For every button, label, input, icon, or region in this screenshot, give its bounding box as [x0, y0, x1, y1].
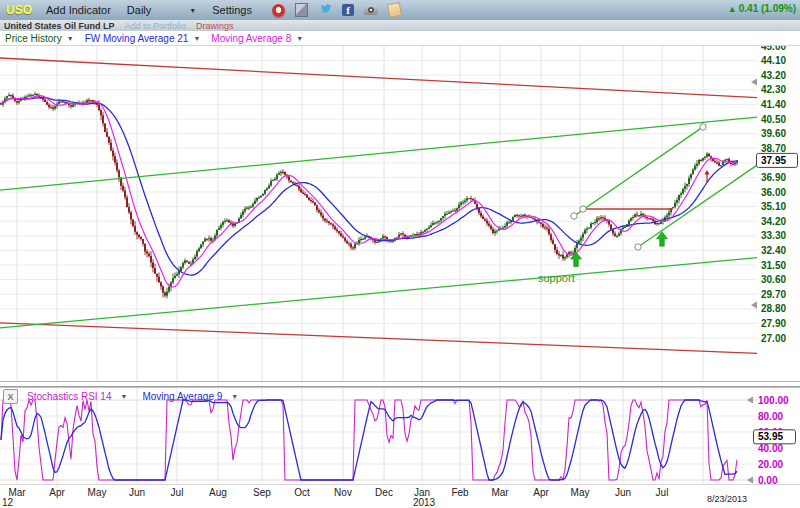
chevron-down-icon[interactable]: ▼: [67, 35, 74, 42]
x-axis-month-label: Oct: [294, 487, 310, 498]
ma8-dropdown[interactable]: Moving Average 8: [211, 33, 291, 44]
chart-legend: Price History ▼ FW Moving Average 21 ▼ M…: [0, 31, 800, 46]
chevron-down-icon[interactable]: ▼: [231, 393, 238, 400]
steep-green-trendline-a[interactable]: [574, 127, 703, 216]
timeframe-dropdown[interactable]: Daily ▼: [127, 4, 196, 16]
lower-green-support-line[interactable]: [0, 258, 757, 328]
x-axis-month-label: Jun: [615, 487, 631, 498]
x-axis-year-label: 12: [2, 497, 13, 508]
chevron-down-icon[interactable]: ▼: [120, 393, 127, 400]
chevron-down-icon[interactable]: ▼: [296, 35, 303, 42]
up-arrow-icon: ▲: [728, 4, 737, 14]
ma21-line[interactable]: [1, 98, 737, 276]
x-axis-month-label: Apr: [49, 487, 65, 498]
drawing-handle[interactable]: [635, 244, 641, 250]
x-axis-month-label: Nov: [334, 487, 352, 498]
y-axis-label: 40.50: [761, 114, 786, 125]
y-axis-label: 38.70: [761, 143, 786, 154]
last-price-label: 37.95: [761, 155, 786, 166]
x-axis-month-label: Jul: [656, 487, 669, 498]
panel-axis-label: 100.00: [758, 395, 789, 406]
close-panel-button[interactable]: X: [3, 389, 18, 404]
support-annotation: support: [538, 272, 575, 284]
upper-red-trendline[interactable]: [0, 58, 757, 98]
ma9-dropdown[interactable]: Moving Average 9: [142, 391, 222, 402]
main-price-chart[interactable]: support45.0044.1043.2042.3041.4040.5039.…: [0, 46, 800, 388]
panel-axis-label: 80.00: [758, 411, 783, 422]
facebook-icon[interactable]: f: [342, 4, 354, 16]
y-axis-label: 41.40: [761, 99, 786, 110]
toolbar-icons: f: [272, 3, 401, 18]
indicator-panel-header: X Stochastics RSI 14 ▼ Moving Average 9 …: [3, 389, 244, 404]
add-indicator-button[interactable]: Add Indicator: [46, 4, 111, 16]
twitter-icon[interactable]: [318, 3, 332, 18]
x-axis-end-date-label: 8/23/2013: [707, 494, 747, 504]
y-axis-label: 43.20: [761, 70, 786, 81]
panel-axis-label: 20.00: [758, 459, 783, 470]
y-axis-label: 31.50: [761, 260, 786, 271]
y-axis-label: 36.00: [761, 187, 786, 198]
y-axis-label: 35.10: [761, 201, 786, 212]
indicator-value-label: 53.95: [758, 431, 783, 442]
x-axis-month-label: Feb: [451, 487, 468, 498]
x-axis-month-label: Jun: [129, 487, 145, 498]
axis-marker-triangle[interactable]: [751, 79, 757, 86]
x-axis-month-label: May: [571, 487, 590, 498]
stoch-rsi-dropdown[interactable]: Stochastics RSI 14: [27, 391, 111, 402]
y-axis-label: 36.90: [761, 172, 786, 183]
y-axis-label: 39.60: [761, 128, 786, 139]
y-axis-label: 33.30: [761, 230, 786, 241]
x-axis-month-label: Apr: [533, 487, 549, 498]
ma8-line[interactable]: [1, 96, 737, 287]
x-axis-month-label: Mar: [491, 487, 508, 498]
x-axis-year-label: 2013: [413, 497, 435, 508]
chevron-down-icon: ▼: [189, 7, 196, 14]
y-axis-labels: 45.0044.1043.2042.3041.4040.5039.6038.70…: [751, 46, 798, 344]
x-axis-month-label: Aug: [209, 487, 227, 498]
price-change: ▲ 0.41 (1.09%): [728, 3, 796, 14]
x-axis: MarAprMayJunJulAugSepOctNovDecJanFebMarA…: [0, 485, 800, 508]
timeframe-value: Daily: [127, 4, 151, 16]
axis-marker-triangle[interactable]: [751, 302, 757, 309]
ma21-dropdown[interactable]: FW Moving Average 21: [85, 33, 189, 44]
add-to-portfolio-link[interactable]: Add to Portfolio: [125, 21, 187, 31]
price-history-dropdown[interactable]: Price History: [5, 33, 62, 44]
drawings-link[interactable]: Drawings: [196, 21, 234, 31]
alarm-clock-icon[interactable]: [272, 4, 285, 17]
price-change-value: 0.41 (1.09%): [739, 3, 796, 14]
y-axis-label: 27.90: [761, 318, 786, 329]
drawing-handle[interactable]: [580, 206, 586, 212]
y-axis-label: 28.80: [761, 303, 786, 314]
y-axis-label: 32.40: [761, 245, 786, 256]
axis-marker-triangle[interactable]: [747, 397, 753, 404]
y-axis-label: 27.00: [761, 333, 786, 344]
x-axis-month-label: May: [88, 487, 107, 498]
y-axis-label: 29.70: [761, 289, 786, 300]
symbol-label: USO: [6, 3, 32, 17]
fund-title: United States Oil Fund LP: [4, 21, 115, 31]
note-icon[interactable]: [387, 2, 402, 18]
axis-marker-triangle[interactable]: [747, 477, 753, 484]
y-axis-label: 34.20: [761, 216, 786, 227]
y-axis-label: 30.60: [761, 274, 786, 285]
drawing-handle[interactable]: [571, 213, 577, 219]
y-axis-label: 42.30: [761, 84, 786, 95]
drawing-handle[interactable]: [700, 124, 706, 130]
x-axis-month-label: Jul: [171, 487, 184, 498]
y-axis-label: 44.10: [761, 55, 786, 66]
y-axis-label: 45.00: [761, 46, 786, 52]
camera-icon[interactable]: [364, 5, 378, 15]
cube-icon[interactable]: [295, 3, 308, 17]
symbol-subbar: United States Oil Fund LP Add to Portfol…: [0, 20, 800, 31]
settings-button[interactable]: Settings: [212, 4, 252, 16]
toolbar: USO Add Indicator Daily ▼ Settings f ▲ 0…: [0, 0, 800, 20]
candles: [0, 92, 738, 299]
x-axis-month-label: Sep: [253, 487, 271, 498]
x-axis-month-label: Dec: [375, 487, 393, 498]
panel-axis-labels: 100.0080.0060.0040.0020.000.0053.95: [747, 395, 796, 486]
chevron-down-icon[interactable]: ▼: [193, 35, 200, 42]
